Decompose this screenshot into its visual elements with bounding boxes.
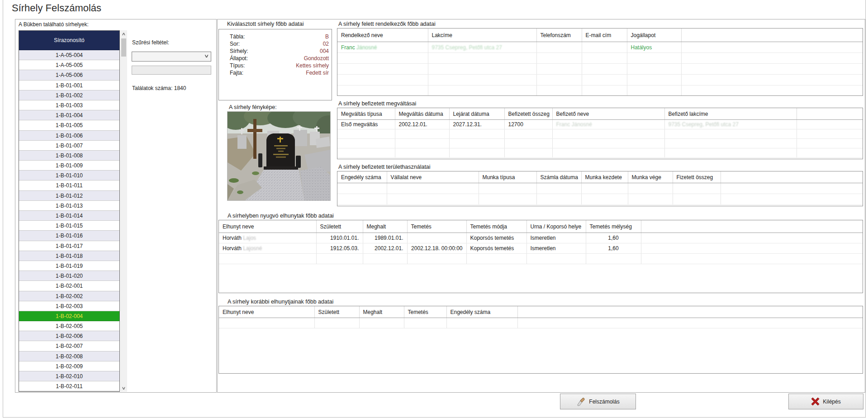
column-header[interactable]: Befizetett összeg xyxy=(504,108,552,120)
detail-field-value: 004 xyxy=(320,48,329,55)
column-header[interactable]: Meghalt xyxy=(359,306,404,318)
nyugvok-section-title: A sírhelyben nyugvó elhunytak főbb adata… xyxy=(228,213,334,219)
grave-list-item[interactable]: 1-B-01-001 xyxy=(19,81,119,90)
table-row[interactable]: Franc Jánosné9735 Csepreg, Petőfi utca 2… xyxy=(337,42,863,53)
kilepes-button-label: Kilépés xyxy=(823,399,840,405)
detail-field-value: Fedett sír xyxy=(306,69,329,76)
column-header[interactable]: Befizető neve xyxy=(552,108,664,120)
table-row-empty xyxy=(337,75,863,86)
column-header[interactable]: Számla dátuma xyxy=(536,171,581,183)
column-header[interactable]: Lakcíme xyxy=(428,28,536,42)
column-header[interactable]: Jogállapot xyxy=(627,28,681,42)
grave-list-item[interactable]: 1-B-02-003 xyxy=(19,301,119,311)
close-x-icon xyxy=(811,397,820,406)
megvaltasok-table: Megváltás típusaMegváltás dátumaLejárat … xyxy=(337,108,863,159)
grave-list: Sírazonosító 1-A-05-0041-A-05-0051-A-05-… xyxy=(19,30,120,392)
grave-list-item[interactable]: 1-B-02-004 xyxy=(19,311,119,321)
filter-dropdown[interactable]: ∨ xyxy=(132,52,211,62)
grave-list-item[interactable]: 1-B-02-008 xyxy=(19,352,119,361)
column-header[interactable]: Urna / Koporsó helye xyxy=(526,220,586,233)
table-row-empty xyxy=(337,139,863,148)
grave-list-item[interactable]: 1-A-05-006 xyxy=(19,70,119,80)
column-header[interactable]: Temetés xyxy=(407,220,466,233)
detail-field-label: Sírhely: xyxy=(230,48,248,55)
table-row-empty xyxy=(219,318,863,328)
table-row[interactable]: Horváth Lajosné1912.05.03.2002.12.01.200… xyxy=(219,243,863,254)
column-header[interactable]: Munka típusa xyxy=(479,171,536,183)
filter-input[interactable] xyxy=(132,66,211,75)
megvaltasok-section-title: A sírhely befizetett megváltásai xyxy=(338,100,416,107)
column-header[interactable]: Temetés módja xyxy=(466,220,526,233)
felszamolas-button-label: Felszámolás xyxy=(589,399,619,405)
grave-list-item[interactable]: 1-A-05-004 xyxy=(19,50,119,60)
grave-list-item[interactable]: 1-B-02-011 xyxy=(19,381,119,391)
column-header[interactable]: Elhunyt neve xyxy=(219,220,316,233)
grave-list-item[interactable]: 1-B-01-010 xyxy=(19,171,119,180)
grave-list-item[interactable]: 1-B-01-013 xyxy=(19,201,119,211)
table-row[interactable]: Horváth Lajos1910.01.01.1989.01.01.Kopor… xyxy=(219,233,863,243)
grave-list-item[interactable]: 1-B-01-008 xyxy=(19,151,119,161)
column-header[interactable]: E-mail cím xyxy=(582,28,627,42)
table-row-empty xyxy=(337,194,863,205)
column-header[interactable]: Vállalat neve xyxy=(387,171,479,183)
felszamolas-button[interactable]: Felszámolás xyxy=(560,394,636,409)
grave-list-item[interactable]: 1-B-01-005 xyxy=(19,120,119,130)
grave-list-item[interactable]: 1-B-01-012 xyxy=(19,191,119,201)
scrollbar-up-icon[interactable]: ∧ xyxy=(119,30,129,38)
grave-list-body: 1-A-05-0041-A-05-0051-A-05-0061-B-01-001… xyxy=(19,50,119,391)
grave-list-item[interactable]: 1-B-01-019 xyxy=(19,261,119,271)
column-header[interactable]: Rendelkező neve xyxy=(337,28,428,42)
grave-list-item[interactable]: 1-B-01-003 xyxy=(19,100,119,110)
grave-list-scrollbar[interactable]: ∧ ∨ xyxy=(120,30,127,392)
grave-list-item[interactable]: 1-B-01-009 xyxy=(19,161,119,171)
grave-list-item[interactable]: 1-B-01-011 xyxy=(19,180,119,190)
column-header[interactable]: Temetés xyxy=(404,306,446,318)
column-header[interactable]: Megváltás típusa xyxy=(337,108,395,120)
grave-list-item[interactable]: 1-B-01-016 xyxy=(19,231,119,241)
grave-list-item[interactable]: 1-B-01-014 xyxy=(19,211,119,221)
page-title: Sírhely Felszámolás xyxy=(12,2,101,14)
grave-list-item[interactable]: 1-B-01-020 xyxy=(19,271,119,281)
grave-list-item[interactable]: 1-B-02-005 xyxy=(19,321,119,331)
grave-list-item[interactable]: 1-B-02-009 xyxy=(19,361,119,371)
grave-list-item[interactable]: 1-B-01-015 xyxy=(19,221,119,231)
grave-list-item[interactable]: 1-B-01-004 xyxy=(19,110,119,120)
kilepes-button[interactable]: Kilépés xyxy=(788,394,863,409)
grave-list-item[interactable]: 1-B-01-018 xyxy=(19,251,119,261)
column-header[interactable]: Engedély száma xyxy=(337,171,387,183)
grave-list-header: Sírazonosító xyxy=(19,31,119,50)
column-header[interactable]: Munka vége xyxy=(628,171,673,183)
results-count: Találatok száma: 1840 xyxy=(132,85,186,91)
column-header[interactable]: Engedély száma xyxy=(446,306,517,318)
column-header[interactable]: Elhunyt neve xyxy=(219,306,314,318)
grave-list-item[interactable]: 1-B-01-006 xyxy=(19,131,119,141)
korabbiak-section-title: A sírhely korábbi elhunytjainak főbb ada… xyxy=(228,299,333,305)
column-header[interactable]: Lejárat dátuma xyxy=(449,108,504,120)
grave-list-item[interactable]: 1-B-02-010 xyxy=(19,371,119,381)
column-header[interactable]: Temetés mélység xyxy=(586,220,641,233)
scrollbar-thumb[interactable] xyxy=(121,38,126,57)
table-row-empty xyxy=(337,129,863,139)
column-header[interactable]: Telefonszám xyxy=(536,28,582,42)
column-header[interactable]: Munka kezdete xyxy=(581,171,628,183)
column-header[interactable]: Született xyxy=(314,306,359,318)
grave-list-item[interactable]: 1-B-02-007 xyxy=(19,341,119,351)
grave-list-item[interactable]: 1-B-01-007 xyxy=(19,141,119,151)
grave-list-item[interactable]: 1-B-02-006 xyxy=(19,331,119,341)
column-header[interactable]: Meghalt xyxy=(363,220,407,233)
column-header[interactable]: Született xyxy=(316,220,363,233)
trowel-icon xyxy=(576,397,586,406)
grave-list-item[interactable]: 1-B-01-002 xyxy=(19,90,119,100)
grave-list-item[interactable]: 1-B-02-001 xyxy=(19,281,119,291)
grave-list-item[interactable]: 1-B-02-002 xyxy=(19,291,119,301)
teruletek-section-title: A sírhely befizetett területhasználatai xyxy=(338,164,431,170)
grave-list-item[interactable]: 1-A-05-005 xyxy=(19,60,119,70)
column-header[interactable]: Megváltás dátuma xyxy=(395,108,449,120)
grave-list-item[interactable]: 1-B-01-017 xyxy=(19,241,119,251)
column-header-filler xyxy=(641,220,863,233)
column-header[interactable]: Fizetett összeg xyxy=(673,171,721,183)
column-header[interactable]: Befizető lakcíme xyxy=(664,108,797,120)
scrollbar-down-icon[interactable]: ∨ xyxy=(119,385,129,392)
table-row[interactable]: Első megváltás2002.12.01.2027.12.31.1270… xyxy=(337,120,863,129)
detail-field-label: Állapot: xyxy=(230,55,248,62)
